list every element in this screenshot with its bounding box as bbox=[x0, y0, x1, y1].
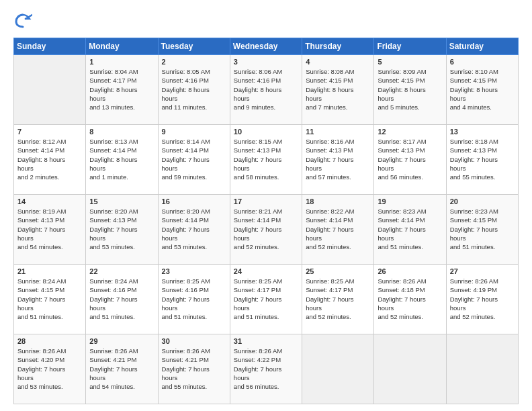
day-number: 17 bbox=[234, 197, 298, 205]
calendar-cell: 28Sunrise: 8:26 AMSunset: 4:20 PMDayligh… bbox=[14, 334, 86, 404]
calendar-cell: 5Sunrise: 8:09 AMSunset: 4:15 PMDaylight… bbox=[374, 55, 446, 125]
day-number: 11 bbox=[306, 128, 370, 136]
day-number: 18 bbox=[306, 197, 370, 205]
calendar-header: SundayMondayTuesdayWednesdayThursdayFrid… bbox=[14, 38, 519, 55]
calendar-cell: 14Sunrise: 8:19 AMSunset: 4:13 PMDayligh… bbox=[14, 195, 86, 265]
calendar-cell: 16Sunrise: 8:20 AMSunset: 4:14 PMDayligh… bbox=[158, 195, 230, 265]
cell-content: Sunrise: 8:23 AMSunset: 4:15 PMDaylight:… bbox=[450, 207, 515, 251]
day-number: 4 bbox=[306, 58, 370, 66]
day-number: 28 bbox=[17, 337, 82, 345]
logo bbox=[13, 12, 35, 31]
weekday-header: Wednesday bbox=[230, 38, 302, 55]
calendar-week-row: 7Sunrise: 8:12 AMSunset: 4:14 PMDaylight… bbox=[14, 125, 519, 195]
day-number: 20 bbox=[450, 197, 515, 205]
page: SundayMondayTuesdayWednesdayThursdayFrid… bbox=[0, 0, 532, 411]
calendar-cell: 25Sunrise: 8:25 AMSunset: 4:17 PMDayligh… bbox=[302, 265, 374, 334]
cell-content: Sunrise: 8:20 AMSunset: 4:14 PMDaylight:… bbox=[162, 207, 226, 251]
day-number: 29 bbox=[89, 337, 154, 345]
calendar-cell: 31Sunrise: 8:26 AMSunset: 4:22 PMDayligh… bbox=[230, 334, 302, 404]
calendar-cell bbox=[374, 334, 446, 404]
calendar-cell bbox=[446, 334, 518, 404]
day-number: 5 bbox=[378, 58, 442, 66]
cell-content: Sunrise: 8:25 AMSunset: 4:17 PMDaylight:… bbox=[234, 277, 298, 321]
cell-content: Sunrise: 8:24 AMSunset: 4:16 PMDaylight:… bbox=[89, 277, 154, 321]
cell-content: Sunrise: 8:23 AMSunset: 4:14 PMDaylight:… bbox=[378, 207, 442, 251]
calendar-cell: 8Sunrise: 8:13 AMSunset: 4:14 PMDaylight… bbox=[86, 125, 158, 195]
day-number: 1 bbox=[89, 58, 154, 66]
calendar-cell: 19Sunrise: 8:23 AMSunset: 4:14 PMDayligh… bbox=[374, 195, 446, 265]
calendar-cell: 26Sunrise: 8:26 AMSunset: 4:18 PMDayligh… bbox=[374, 265, 446, 334]
day-number: 3 bbox=[234, 58, 298, 66]
calendar-cell bbox=[14, 55, 86, 125]
calendar-cell bbox=[302, 334, 374, 404]
weekday-row: SundayMondayTuesdayWednesdayThursdayFrid… bbox=[14, 38, 519, 55]
calendar-cell: 30Sunrise: 8:26 AMSunset: 4:21 PMDayligh… bbox=[158, 334, 230, 404]
weekday-header: Sunday bbox=[14, 38, 86, 55]
cell-content: Sunrise: 8:26 AMSunset: 4:21 PMDaylight:… bbox=[162, 347, 226, 391]
calendar-cell: 18Sunrise: 8:22 AMSunset: 4:14 PMDayligh… bbox=[302, 195, 374, 265]
day-number: 27 bbox=[450, 267, 515, 275]
cell-content: Sunrise: 8:20 AMSunset: 4:13 PMDaylight:… bbox=[89, 207, 154, 251]
cell-content: Sunrise: 8:16 AMSunset: 4:13 PMDaylight:… bbox=[306, 137, 370, 181]
weekday-header: Monday bbox=[86, 38, 158, 55]
cell-content: Sunrise: 8:26 AMSunset: 4:21 PMDaylight:… bbox=[89, 347, 154, 391]
day-number: 31 bbox=[234, 337, 298, 345]
calendar-cell: 21Sunrise: 8:24 AMSunset: 4:15 PMDayligh… bbox=[14, 265, 86, 334]
calendar-cell: 1Sunrise: 8:04 AMSunset: 4:17 PMDaylight… bbox=[86, 55, 158, 125]
day-number: 14 bbox=[17, 197, 82, 205]
calendar-week-row: 28Sunrise: 8:26 AMSunset: 4:20 PMDayligh… bbox=[14, 334, 519, 404]
cell-content: Sunrise: 8:25 AMSunset: 4:16 PMDaylight:… bbox=[162, 277, 226, 321]
header bbox=[13, 12, 519, 31]
cell-content: Sunrise: 8:19 AMSunset: 4:13 PMDaylight:… bbox=[17, 207, 82, 251]
day-number: 21 bbox=[17, 267, 82, 275]
cell-content: Sunrise: 8:09 AMSunset: 4:15 PMDaylight:… bbox=[378, 67, 442, 111]
cell-content: Sunrise: 8:21 AMSunset: 4:14 PMDaylight:… bbox=[234, 207, 298, 251]
logo-icon bbox=[13, 12, 32, 31]
calendar-cell: 4Sunrise: 8:08 AMSunset: 4:15 PMDaylight… bbox=[302, 55, 374, 125]
calendar-cell: 3Sunrise: 8:06 AMSunset: 4:16 PMDaylight… bbox=[230, 55, 302, 125]
cell-content: Sunrise: 8:26 AMSunset: 4:19 PMDaylight:… bbox=[450, 277, 515, 321]
day-number: 19 bbox=[378, 197, 442, 205]
day-number: 22 bbox=[89, 267, 154, 275]
day-number: 12 bbox=[378, 128, 442, 136]
calendar-cell: 29Sunrise: 8:26 AMSunset: 4:21 PMDayligh… bbox=[86, 334, 158, 404]
calendar-cell: 20Sunrise: 8:23 AMSunset: 4:15 PMDayligh… bbox=[446, 195, 518, 265]
cell-content: Sunrise: 8:06 AMSunset: 4:16 PMDaylight:… bbox=[234, 67, 298, 111]
day-number: 15 bbox=[89, 197, 154, 205]
calendar-body: 1Sunrise: 8:04 AMSunset: 4:17 PMDaylight… bbox=[14, 55, 519, 404]
day-number: 23 bbox=[162, 267, 226, 275]
day-number: 2 bbox=[162, 58, 226, 66]
cell-content: Sunrise: 8:13 AMSunset: 4:14 PMDaylight:… bbox=[89, 137, 154, 181]
cell-content: Sunrise: 8:12 AMSunset: 4:14 PMDaylight:… bbox=[17, 137, 82, 181]
calendar-cell: 2Sunrise: 8:05 AMSunset: 4:16 PMDaylight… bbox=[158, 55, 230, 125]
calendar-cell: 22Sunrise: 8:24 AMSunset: 4:16 PMDayligh… bbox=[86, 265, 158, 334]
calendar-cell: 7Sunrise: 8:12 AMSunset: 4:14 PMDaylight… bbox=[14, 125, 86, 195]
cell-content: Sunrise: 8:26 AMSunset: 4:20 PMDaylight:… bbox=[17, 347, 82, 391]
calendar-cell: 13Sunrise: 8:18 AMSunset: 4:13 PMDayligh… bbox=[446, 125, 518, 195]
calendar-cell: 24Sunrise: 8:25 AMSunset: 4:17 PMDayligh… bbox=[230, 265, 302, 334]
calendar-cell: 27Sunrise: 8:26 AMSunset: 4:19 PMDayligh… bbox=[446, 265, 518, 334]
cell-content: Sunrise: 8:04 AMSunset: 4:17 PMDaylight:… bbox=[89, 67, 154, 111]
cell-content: Sunrise: 8:26 AMSunset: 4:22 PMDaylight:… bbox=[234, 347, 298, 391]
day-number: 9 bbox=[162, 128, 226, 136]
cell-content: Sunrise: 8:08 AMSunset: 4:15 PMDaylight:… bbox=[306, 67, 370, 111]
calendar-cell: 11Sunrise: 8:16 AMSunset: 4:13 PMDayligh… bbox=[302, 125, 374, 195]
calendar-cell: 23Sunrise: 8:25 AMSunset: 4:16 PMDayligh… bbox=[158, 265, 230, 334]
cell-content: Sunrise: 8:15 AMSunset: 4:13 PMDaylight:… bbox=[234, 137, 298, 181]
weekday-header: Tuesday bbox=[158, 38, 230, 55]
calendar-table: SundayMondayTuesdayWednesdayThursdayFrid… bbox=[13, 38, 519, 404]
cell-content: Sunrise: 8:25 AMSunset: 4:17 PMDaylight:… bbox=[306, 277, 370, 321]
weekday-header: Saturday bbox=[446, 38, 518, 55]
cell-content: Sunrise: 8:14 AMSunset: 4:14 PMDaylight:… bbox=[162, 137, 226, 181]
calendar-cell: 10Sunrise: 8:15 AMSunset: 4:13 PMDayligh… bbox=[230, 125, 302, 195]
day-number: 7 bbox=[17, 128, 82, 136]
calendar-week-row: 14Sunrise: 8:19 AMSunset: 4:13 PMDayligh… bbox=[14, 195, 519, 265]
cell-content: Sunrise: 8:26 AMSunset: 4:18 PMDaylight:… bbox=[378, 277, 442, 321]
cell-content: Sunrise: 8:22 AMSunset: 4:14 PMDaylight:… bbox=[306, 207, 370, 251]
calendar-cell: 15Sunrise: 8:20 AMSunset: 4:13 PMDayligh… bbox=[86, 195, 158, 265]
calendar-cell: 6Sunrise: 8:10 AMSunset: 4:15 PMDaylight… bbox=[446, 55, 518, 125]
calendar-cell: 17Sunrise: 8:21 AMSunset: 4:14 PMDayligh… bbox=[230, 195, 302, 265]
cell-content: Sunrise: 8:24 AMSunset: 4:15 PMDaylight:… bbox=[17, 277, 82, 321]
cell-content: Sunrise: 8:18 AMSunset: 4:13 PMDaylight:… bbox=[450, 137, 515, 181]
day-number: 13 bbox=[450, 128, 515, 136]
